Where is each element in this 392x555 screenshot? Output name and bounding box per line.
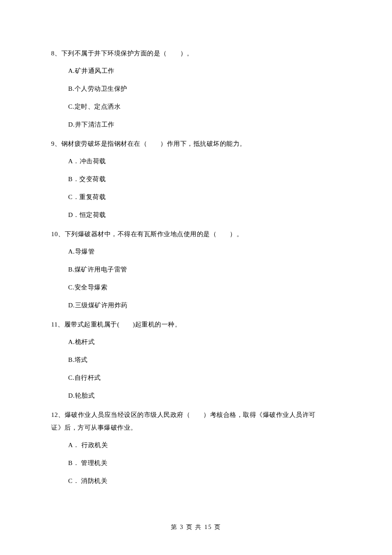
option-a: A.桅杆式 — [68, 337, 341, 347]
question-stem: 9、钢材疲劳破坏是指钢材在在（ ）作用下，抵抗破坏的能力。 — [51, 137, 341, 150]
option-b: B.塔式 — [68, 355, 341, 365]
question-9: 9、钢材疲劳破坏是指钢材在在（ ）作用下，抵抗破坏的能力。 A．冲击荷载 B．交… — [51, 137, 341, 220]
question-10: 10、下列爆破器材中，不得在有瓦斯作业地点使用的是（ ）。 A.导爆管 B.煤矿… — [51, 228, 341, 310]
document-page: 8、下列不属于井下环境保护方面的是（ ）。 A.矿井通风工作 B.个人劳动卫生保… — [0, 0, 392, 555]
options-list: A.导爆管 B.煤矿许用电子雷管 C.安全导爆索 D.三级煤矿许用炸药 — [51, 246, 341, 310]
question-12: 12、爆破作业人员应当经设区的市级人民政府（ ）考核合格，取得《爆破作业人员许可… — [51, 408, 341, 486]
option-d: D.三级煤矿许用炸药 — [68, 300, 341, 310]
page-footer: 第 3 页 共 15 页 — [0, 523, 392, 531]
question-text: 履带式起重机属于( )起重机的一种。 — [64, 321, 182, 328]
option-a: A.矿井通风工作 — [68, 66, 341, 76]
options-list: A． 行政机关 B． 管理机关 C． 消防机关 — [51, 440, 341, 486]
option-a: A.导爆管 — [68, 246, 341, 257]
option-d: D.轮胎式 — [68, 390, 341, 401]
option-c: C． 消防机关 — [68, 476, 341, 486]
option-a: A． 行政机关 — [68, 440, 341, 450]
question-number: 12、 — [51, 411, 65, 418]
option-b: B． 管理机关 — [68, 458, 341, 468]
options-list: A.桅杆式 B.塔式 C.自行杆式 D.轮胎式 — [51, 337, 341, 401]
option-c: C.定时、定点洒水 — [68, 101, 341, 112]
question-number: 11、 — [51, 321, 64, 328]
options-list: A．冲击荷载 B．交变荷载 C．重复荷载 D．恒定荷载 — [51, 156, 341, 220]
option-a: A．冲击荷载 — [68, 156, 341, 166]
question-text-line2: 证》后，方可从事爆破作业。 — [51, 424, 137, 431]
question-text-line1: 爆破作业人员应当经设区的市级人民政府（ ）考核合格，取得《爆破作业人员许可 — [65, 411, 316, 418]
option-b: B．交变荷载 — [68, 174, 341, 184]
option-c: C.自行杆式 — [68, 373, 341, 383]
question-stem: 11、履带式起重机属于( )起重机的一种。 — [51, 318, 341, 331]
question-number: 9、 — [51, 140, 61, 147]
question-number: 10、 — [51, 231, 65, 237]
option-d: D.井下清洁工作 — [68, 119, 341, 130]
question-number: 8、 — [51, 50, 61, 57]
question-text: 下列爆破器材中，不得在有瓦斯作业地点使用的是（ ）。 — [65, 231, 243, 237]
question-stem: 12、爆破作业人员应当经设区的市级人民政府（ ）考核合格，取得《爆破作业人员许可… — [51, 408, 341, 434]
option-c: C．重复荷载 — [68, 192, 341, 202]
option-b: B.个人劳动卫生保护 — [68, 84, 341, 94]
question-8: 8、下列不属于井下环境保护方面的是（ ）。 A.矿井通风工作 B.个人劳动卫生保… — [51, 47, 341, 130]
option-c: C.安全导爆索 — [68, 282, 341, 292]
question-stem: 8、下列不属于井下环境保护方面的是（ ）。 — [51, 47, 341, 60]
question-text: 钢材疲劳破坏是指钢材在在（ ）作用下，抵抗破坏的能力。 — [61, 140, 246, 147]
option-d: D．恒定荷载 — [68, 210, 341, 220]
option-b: B.煤矿许用电子雷管 — [68, 264, 341, 275]
question-11: 11、履带式起重机属于( )起重机的一种。 A.桅杆式 B.塔式 C.自行杆式 … — [51, 318, 341, 401]
options-list: A.矿井通风工作 B.个人劳动卫生保护 C.定时、定点洒水 D.井下清洁工作 — [51, 66, 341, 130]
question-text: 下列不属于井下环境保护方面的是（ ）。 — [61, 50, 193, 57]
question-stem: 10、下列爆破器材中，不得在有瓦斯作业地点使用的是（ ）。 — [51, 228, 341, 240]
